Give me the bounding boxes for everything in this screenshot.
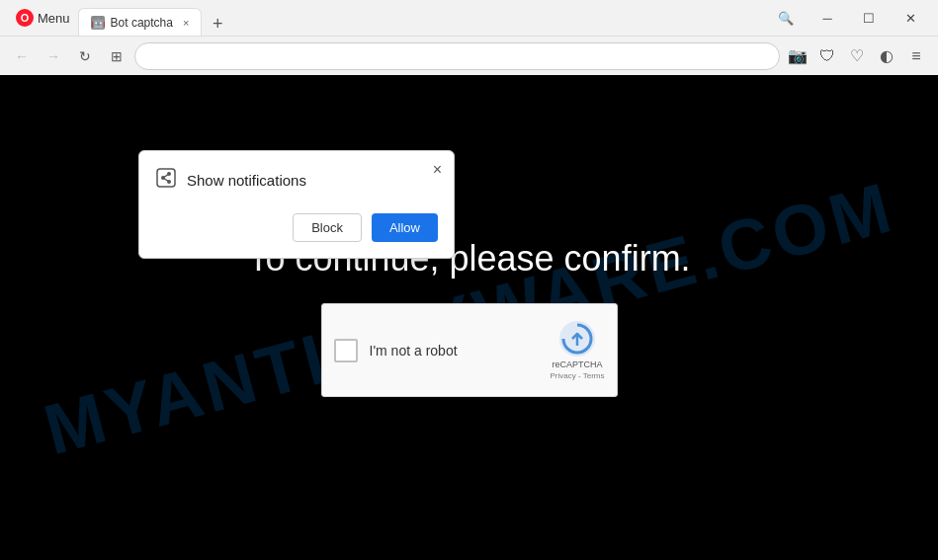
svg-point-4 xyxy=(161,176,165,180)
wallet-icon[interactable]: ◐ xyxy=(873,42,900,70)
heart-icon[interactable]: ♡ xyxy=(843,42,871,70)
menu-button[interactable]: O Menu xyxy=(8,5,78,31)
recaptcha-right: reCAPTCHA Privacy - Terms xyxy=(551,320,605,380)
tab-title: Bot captcha xyxy=(111,16,173,30)
camera-icon[interactable]: 📷 xyxy=(784,42,811,70)
close-window-button[interactable]: ✕ xyxy=(891,2,930,34)
popup-close-button[interactable]: × xyxy=(433,161,442,179)
active-tab[interactable]: 🤖 Bot captcha × xyxy=(78,8,203,36)
toolbar: ← → ↻ ⊞ 📷 🛡 ♡ ◐ ≡ xyxy=(0,36,938,75)
new-tab-button[interactable]: + xyxy=(206,12,229,36)
recaptcha-label: I'm not a robot xyxy=(370,343,458,359)
recaptcha-brand: reCAPTCHA xyxy=(553,360,603,369)
popup-title: Show notifications xyxy=(187,172,306,189)
toolbar-icons: 📷 🛡 ♡ ◐ ≡ xyxy=(784,42,930,70)
popup-header: Show notifications xyxy=(155,167,438,194)
browser-chrome: O Menu 🤖 Bot captcha × + 🔍 ─ ☐ ✕ ← → ↻ ⊞… xyxy=(0,0,938,75)
recaptcha-privacy-link[interactable]: Privacy xyxy=(551,371,576,380)
allow-button[interactable]: Allow xyxy=(372,213,438,242)
menu-label: Menu xyxy=(38,11,70,26)
recaptcha-dash: - xyxy=(576,371,583,380)
share-icon xyxy=(155,167,177,189)
tabs-area: 🤖 Bot captcha × + xyxy=(78,0,766,36)
reload-button[interactable]: ↻ xyxy=(71,42,99,70)
opera-logo: O xyxy=(16,9,34,27)
popup-buttons: Block Allow xyxy=(155,213,438,242)
tab-grid-button[interactable]: ⊞ xyxy=(103,42,130,70)
maximize-button[interactable]: ☐ xyxy=(849,2,889,34)
search-button[interactable]: 🔍 xyxy=(766,2,806,34)
recaptcha-terms-link[interactable]: Terms xyxy=(583,371,605,380)
forward-button[interactable]: → xyxy=(40,42,67,70)
page-content: To continue, please confirm. I'm not a r… xyxy=(247,238,690,397)
shield-icon[interactable]: 🛡 xyxy=(813,42,841,70)
tab-favicon: 🤖 xyxy=(91,16,105,30)
recaptcha-widget: I'm not a robot reCAPTCHA Privacy - Term… xyxy=(321,303,618,397)
back-button[interactable]: ← xyxy=(8,42,36,70)
address-bar[interactable] xyxy=(134,42,780,70)
title-bar: O Menu 🤖 Bot captcha × + 🔍 ─ ☐ ✕ xyxy=(0,0,938,36)
recaptcha-logo-icon xyxy=(558,320,596,358)
menu-icon[interactable]: ≡ xyxy=(902,42,930,70)
tab-close-button[interactable]: × xyxy=(183,17,189,29)
window-controls: 🔍 ─ ☐ ✕ xyxy=(766,2,930,34)
svg-point-3 xyxy=(167,180,171,184)
recaptcha-left: I'm not a robot xyxy=(334,339,458,362)
block-button[interactable]: Block xyxy=(293,213,362,242)
main-content: MYANTISPYWARE.COM To continue, please co… xyxy=(0,75,938,560)
notification-icon xyxy=(155,167,177,194)
svg-rect-1 xyxy=(157,169,175,187)
recaptcha-checkbox[interactable] xyxy=(334,339,358,362)
minimize-button[interactable]: ─ xyxy=(808,2,847,34)
recaptcha-links: Privacy - Terms xyxy=(551,371,605,380)
notification-popup: × Show notifications Block Allow xyxy=(138,150,455,259)
svg-point-2 xyxy=(167,172,171,176)
